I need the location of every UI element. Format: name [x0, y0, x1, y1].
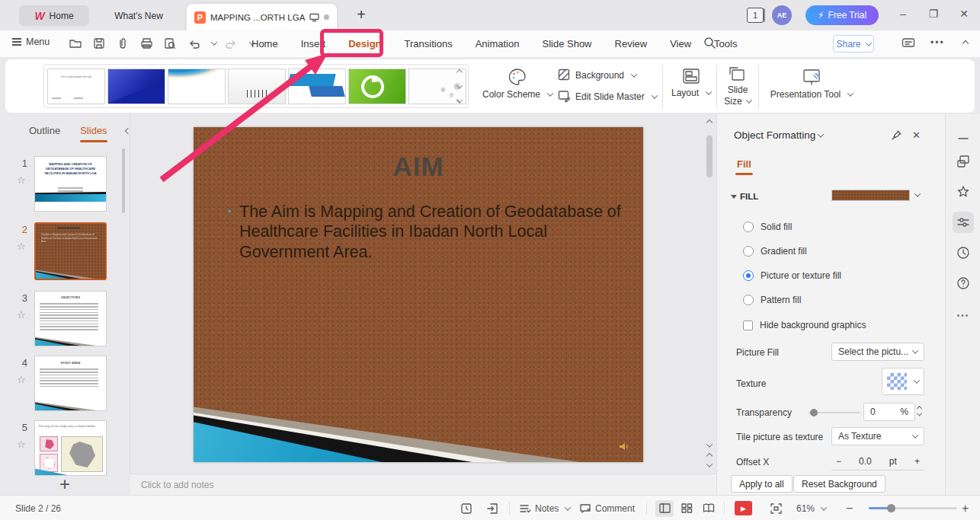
notes-button[interactable]: Notes	[520, 496, 570, 520]
slide-canvas[interactable]: AIM ‣ The Aim is Mapping and Creation of…	[194, 127, 643, 462]
slide-3-star-icon[interactable]: ☆	[17, 309, 26, 321]
picture-texture-fill-radio[interactable]	[743, 270, 754, 281]
share-button[interactable]: Share	[833, 35, 874, 53]
collapse-ribbon-icon[interactable]	[960, 37, 968, 48]
fill-tab[interactable]: Fill	[737, 158, 751, 170]
fit-slide-icon[interactable]	[770, 496, 783, 520]
tab-home[interactable]: Home	[250, 35, 280, 53]
zoom-slider-thumb[interactable]	[887, 504, 895, 512]
task-window-icon[interactable]	[460, 496, 472, 520]
color-scheme-button[interactable]: Color Scheme	[479, 67, 556, 100]
texture-dropdown[interactable]	[882, 368, 924, 395]
solid-fill-radio[interactable]	[743, 222, 754, 232]
offset-x-minus-button[interactable]: −	[836, 456, 841, 467]
previous-slide-icon[interactable]	[706, 453, 713, 459]
tab-animation[interactable]: Animation	[474, 35, 521, 53]
sidebar-scrollbar[interactable]	[122, 148, 125, 213]
star-effects-icon[interactable]	[953, 181, 974, 203]
slide-5-thumbnail[interactable]: The map of the study area is shown below	[34, 420, 107, 476]
tab-slides[interactable]: Slides	[80, 125, 107, 136]
pattern-fill-radio[interactable]	[743, 295, 754, 305]
menu-button[interactable]: Menu	[12, 37, 50, 47]
apply-to-all-button[interactable]: Apply to all	[731, 475, 793, 493]
slide-3-thumbnail[interactable]: OBJECTIVES	[34, 291, 107, 346]
open-folder-icon[interactable]	[67, 35, 84, 52]
background-button[interactable]: Background	[558, 69, 636, 81]
tile-dropdown[interactable]: As Texture	[831, 427, 924, 445]
layout-button[interactable]: Layout	[670, 67, 713, 98]
panel-title-dropdown-icon[interactable]	[818, 132, 824, 138]
edit-slide-master-button[interactable]: Edit Slide Master	[558, 90, 657, 103]
theme-thumbnail-6[interactable]	[348, 69, 406, 104]
free-trial-button[interactable]: ⚡ Free Trial	[805, 5, 879, 25]
audio-speaker-icon[interactable]	[619, 442, 629, 451]
option-pattern-fill[interactable]: Pattern fill	[743, 295, 801, 305]
theme-thumbnail-3[interactable]	[168, 69, 226, 104]
notes-placeholder[interactable]: Click to add notes	[141, 480, 213, 490]
save-icon[interactable]	[91, 35, 107, 52]
tab-transitions[interactable]: Transitions	[403, 35, 454, 53]
close-button[interactable]: ✕	[954, 8, 974, 20]
slide-5-star-icon[interactable]: ☆	[17, 439, 26, 450]
next-slide-icon[interactable]	[706, 461, 713, 467]
scroll-up-icon[interactable]	[706, 120, 713, 126]
print-icon[interactable]	[138, 35, 155, 52]
gallery-up-icon[interactable]	[456, 69, 463, 75]
comment-bubble-icon[interactable]	[902, 37, 915, 52]
transparency-slider-thumb[interactable]	[810, 409, 818, 416]
normal-view-icon[interactable]	[655, 500, 674, 517]
document-tab[interactable]: P MAPPING ...ORTH LGA	[187, 4, 337, 30]
slide-2-star-icon[interactable]: ☆	[17, 241, 26, 252]
new-tab-button[interactable]: +	[352, 6, 370, 24]
offset-x-value[interactable]: 0.0	[859, 456, 872, 467]
slide-4-thumbnail[interactable]: STUDY AREA	[34, 356, 107, 411]
help-icon[interactable]	[953, 273, 974, 294]
history-icon[interactable]	[953, 242, 974, 263]
zoom-out-button[interactable]: −	[846, 496, 853, 520]
option-gradient-fill[interactable]: Gradient fill	[743, 246, 807, 257]
fill-texture-swatch[interactable]	[831, 190, 910, 201]
slide-1-thumbnail[interactable]: MAPPING AND CREATION OF GEODATABASE OF H…	[34, 156, 107, 212]
app-home-tab[interactable]: W Home	[19, 5, 89, 26]
transparency-down-icon[interactable]	[917, 411, 922, 416]
theme-thumbnail-2[interactable]	[107, 69, 165, 104]
tab-outline[interactable]: Outline	[29, 125, 60, 136]
transparency-value-box[interactable]: 0 %	[863, 403, 915, 421]
avatar[interactable]: AE	[772, 5, 792, 25]
slideshow-play-button[interactable]: ▶	[735, 501, 752, 515]
editor-scrollbar[interactable]	[703, 114, 716, 474]
panel-close-icon[interactable]: ✕	[912, 129, 921, 141]
window-count-badge[interactable]: 1	[747, 8, 764, 23]
search-icon[interactable]	[703, 37, 716, 52]
fill-swatch-dropdown-icon[interactable]	[912, 189, 920, 199]
fill-section-header[interactable]: FILL	[731, 192, 758, 201]
restore-button[interactable]: ❐	[924, 8, 943, 20]
slide-size-button[interactable]: Slide Size	[722, 65, 754, 107]
scrollbar-thumb[interactable]	[706, 136, 713, 177]
minimize-button[interactable]: –	[893, 8, 913, 20]
reset-background-button[interactable]: Reset Background	[793, 475, 886, 493]
comment-button[interactable]: Comment	[579, 496, 635, 520]
more-options-icon[interactable]: •••	[930, 37, 945, 48]
slide-2-thumbnail[interactable]: The Aim is Mapping and Creation of Geoda…	[34, 222, 107, 280]
zoom-slider[interactable]	[869, 507, 957, 509]
undo-dropdown-icon[interactable]	[211, 39, 217, 45]
tab-tools[interactable]: Tools	[713, 35, 738, 53]
hide-background-checkbox[interactable]	[743, 321, 753, 330]
collapse-panel-icon[interactable]	[953, 128, 974, 149]
print-preview-icon[interactable]	[162, 35, 178, 52]
tab-review[interactable]: Review	[613, 35, 649, 53]
settings-sliders-icon[interactable]	[953, 212, 974, 233]
offset-x-plus-button[interactable]: +	[914, 456, 920, 467]
theme-thumbnail-4[interactable]	[228, 69, 286, 104]
gradient-fill-radio[interactable]	[743, 246, 754, 257]
hand-off-icon[interactable]	[486, 496, 498, 520]
notes-bar[interactable]: Click to add notes	[130, 474, 717, 495]
transparency-slider[interactable]	[809, 412, 860, 413]
zoom-in-button[interactable]: +	[962, 496, 969, 520]
theme-thumbnail-5[interactable]	[288, 69, 346, 104]
objects-icon[interactable]	[953, 151, 974, 172]
pin-icon[interactable]	[891, 129, 902, 143]
more-tools-icon[interactable]: •••	[953, 305, 974, 326]
slide-4-star-icon[interactable]: ☆	[17, 374, 26, 385]
